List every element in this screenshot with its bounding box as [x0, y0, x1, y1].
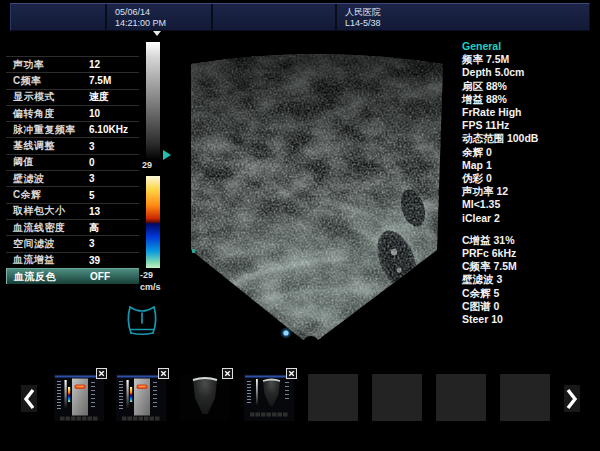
close-icon — [159, 350, 168, 397]
close-icon — [223, 350, 232, 397]
param-value: 12 — [89, 59, 100, 70]
param-label: 壁滤波 — [6, 172, 89, 186]
close-thumbnail-button[interactable] — [286, 368, 297, 379]
ultrasound-app: 05/06/14 14:21:00 PM 人民医院 L14-5/38 声功率12… — [0, 0, 600, 451]
info-line: 动态范围 100dB — [462, 132, 598, 145]
param-row[interactable]: C余辉5 — [6, 186, 139, 202]
velocity-max-label: 29 — [142, 160, 152, 170]
section-title: General — [462, 40, 598, 53]
param-label: 血流线密度 — [6, 221, 89, 235]
info-line: C增益 31% — [462, 234, 598, 247]
param-value: 5 — [89, 190, 95, 201]
body-marker-icon[interactable] — [124, 302, 160, 344]
info-line: 扇区 88% — [462, 80, 598, 93]
chevron-right-icon — [566, 388, 578, 410]
date-text: 05/06/14 — [115, 7, 211, 18]
param-row[interactable]: 偏转角度10 — [6, 105, 139, 121]
info-line: MI<1.35 — [462, 198, 598, 211]
param-label: C余辉 — [6, 188, 89, 202]
focus-marker-icon — [153, 31, 161, 37]
param-label: 血流反色 — [7, 270, 90, 284]
info-line: 余辉 0 — [462, 146, 598, 159]
info-line: FrRate High — [462, 106, 598, 119]
thumbnail-scan-color[interactable] — [116, 374, 166, 421]
probe-model: L14-5/38 — [345, 18, 589, 29]
close-icon — [97, 350, 106, 397]
param-value: 高 — [89, 221, 99, 235]
focal-dot-icon — [283, 330, 288, 335]
prev-page-button[interactable] — [21, 385, 37, 412]
spacer-cell — [213, 4, 337, 30]
close-thumbnail-button[interactable] — [158, 368, 169, 379]
param-row[interactable]: 阈值0 — [6, 154, 139, 170]
time-text: 14:21:00 PM — [115, 18, 211, 29]
info-line: Steer 10 — [462, 313, 598, 326]
thumbnail-scan-gray-ui[interactable] — [244, 374, 294, 421]
close-thumbnail-button[interactable] — [96, 368, 107, 379]
param-value: 3 — [89, 173, 95, 184]
param-row[interactable]: C频率7.5M — [6, 72, 139, 88]
param-label: 偏转角度 — [6, 107, 89, 121]
info-line: FPS 11Hz — [462, 119, 598, 132]
info-line: 增益 88% — [462, 93, 598, 106]
param-label: 基线调整 — [6, 139, 89, 153]
thumbnail-slot-empty — [500, 374, 550, 421]
next-page-button[interactable] — [564, 385, 580, 412]
info-line: 声功率 12 — [462, 185, 598, 198]
datetime-cell: 05/06/14 14:21:00 PM — [107, 4, 213, 30]
param-label: 取样包大小 — [6, 204, 89, 218]
param-value: 速度 — [89, 90, 109, 104]
param-label: 血流增益 — [6, 253, 89, 267]
info-line: C频率 7.5M — [462, 260, 598, 273]
patient-info-cell — [11, 4, 107, 30]
param-label: 声功率 — [6, 58, 89, 72]
param-value: 3 — [89, 238, 95, 249]
close-thumbnail-button[interactable] — [222, 368, 233, 379]
info-line: C图谱 0 — [462, 300, 598, 313]
info-line: 壁滤波 3 — [462, 273, 598, 286]
gain-marker-icon[interactable] — [162, 149, 172, 161]
info-line: 伪彩 0 — [462, 172, 598, 185]
param-row[interactable]: 血流增益39 — [6, 252, 139, 268]
status-bar: 05/06/14 14:21:00 PM 人民医院 L14-5/38 — [10, 3, 590, 31]
section-gap — [462, 225, 598, 234]
param-row[interactable]: 壁滤波3 — [6, 170, 139, 186]
param-row[interactable]: 声功率12 — [6, 56, 139, 72]
param-label: C频率 — [6, 74, 89, 88]
apex-notch — [303, 336, 319, 352]
param-row[interactable]: 空间滤波3 — [6, 235, 139, 251]
param-value: 0 — [89, 157, 95, 168]
param-row[interactable]: 血流反色OFF — [6, 268, 139, 284]
thumbnail-scan-gray[interactable] — [180, 374, 230, 421]
color-velocity-bar — [146, 176, 160, 268]
edge-marker-icon — [192, 249, 195, 253]
left-param-list: 声功率12C频率7.5M显示模式速度偏转角度10脉冲重复频率6.10KHz基线调… — [6, 56, 139, 284]
velocity-min-label: -29 — [140, 270, 153, 280]
close-icon — [287, 350, 296, 397]
thumbnail-scan-color[interactable] — [54, 374, 104, 421]
param-label: 脉冲重复频率 — [6, 123, 89, 137]
param-value: 6.10KHz — [89, 124, 128, 135]
param-label: 阈值 — [6, 155, 89, 169]
grayscale-bar — [146, 42, 160, 160]
info-line: 频率 7.5M — [462, 53, 598, 66]
param-row[interactable]: 脉冲重复频率6.10KHz — [6, 121, 139, 137]
param-value: OFF — [90, 271, 110, 282]
info-line: iClear 2 — [462, 212, 598, 225]
param-label: 显示模式 — [6, 90, 89, 104]
param-row[interactable]: 取样包大小13 — [6, 203, 139, 219]
thumbnail-slot-empty — [372, 374, 422, 421]
info-line: PRFc 6kHz — [462, 247, 598, 260]
param-label: 空间滤波 — [6, 237, 89, 251]
info-line: Map 1 — [462, 159, 598, 172]
thumbnail-slot-empty — [308, 374, 358, 421]
param-value: 3 — [89, 141, 95, 152]
info-line: Depth 5.0cm — [462, 66, 598, 79]
thumbnail-slot-empty — [436, 374, 486, 421]
chevron-left-icon — [23, 388, 35, 410]
param-value: 10 — [89, 108, 100, 119]
param-row[interactable]: 血流线密度高 — [6, 219, 139, 235]
param-row[interactable]: 显示模式速度 — [6, 89, 139, 105]
right-info-list: General频率 7.5MDepth 5.0cm扇区 88%增益 88%FrR… — [462, 40, 598, 326]
param-row[interactable]: 基线调整3 — [6, 137, 139, 153]
